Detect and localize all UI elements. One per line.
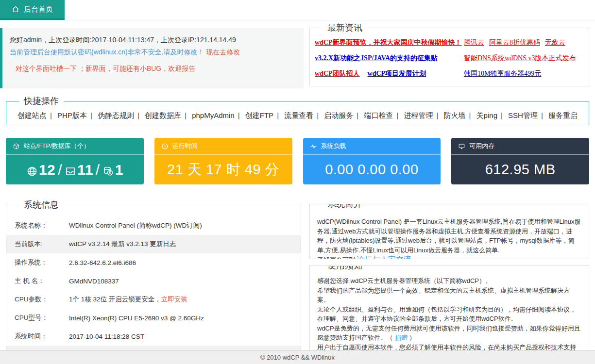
notice-title: 使用须知 xyxy=(323,265,367,271)
card-sites-value: 12 11 $ 1 xyxy=(6,155,144,184)
notice-text: wdCP是免费的，无需支付任何费用就可使用该软件，同时我们也接受赞助，如果你觉得… xyxy=(317,325,580,342)
quickop-create-ftp[interactable]: 创建FTP xyxy=(245,111,273,119)
card-uptime-value: 21 天 17 时 49 分 xyxy=(154,155,292,184)
ftp-icon xyxy=(65,164,76,176)
sysinfo-panel: 系统信息 系统名称： WDlinux Control Panel (简称wdCP… xyxy=(6,205,301,364)
quickop-firewall[interactable]: 防火墙 xyxy=(444,111,466,119)
quickop-disable-ping[interactable]: 关ping xyxy=(476,111,497,119)
notice-paragraph: 希望我们的产品能为您提供一个高效、稳定和强大的云主机系统、虚拟主机管理系统解决方… xyxy=(317,286,581,305)
quickop-create-database[interactable]: 创建数据库 xyxy=(145,111,181,119)
top-bar: 后台首页 xyxy=(0,0,595,20)
welcome-panel: 您好admin，上次登录时间:2017-10-04 11:13:47，上次登录I… xyxy=(0,28,304,88)
admin-dashboard: 后台首页 您好admin，上次登录时间:2017-10-04 11:13:47，… xyxy=(0,0,595,364)
intro-text: wdCP(WDlinux Control Panel) 是一套Linux云主机服… xyxy=(317,218,581,259)
separator xyxy=(96,162,100,178)
sysinfo-label: 系统名称： xyxy=(6,221,69,230)
news-link-tencent[interactable]: 腾讯云 xyxy=(464,38,484,47)
news-link-wddns[interactable]: 智能DNS系统wdDNS v3版本正式发布 xyxy=(464,54,576,63)
site-count: 12 xyxy=(39,162,55,178)
feedback-line: 对这个界面吐槽一下 ；新界面，可能还有小BUG，欢迎报告 xyxy=(10,64,296,74)
forum-link[interactable]: 论坛与大家交流 xyxy=(357,255,411,259)
card-sites-title: 站点/FTP/数据库（个） xyxy=(24,142,90,150)
sysinfo-value: Intel(R) Xeon(R) CPU E5-2690 v3 @ 2.60GH… xyxy=(69,314,204,322)
quickop-port-check[interactable]: 端口检查 xyxy=(364,111,393,119)
news-link-korea-server[interactable]: 韩国10M独享服务器499元 xyxy=(464,69,541,78)
sysinfo-value: 2017-10-04 11:18:28 CST xyxy=(69,333,144,340)
card-uptime: 运行时间 21 天 17 时 49 分 xyxy=(154,138,292,184)
news-link-aliyun[interactable]: 阿里云8折优惠码 xyxy=(489,38,540,47)
quickop-ssh-manager[interactable]: SSH管理 xyxy=(508,111,538,119)
db-count: 1 xyxy=(115,162,123,178)
separator xyxy=(277,111,279,119)
sysinfo-label: CPU型号： xyxy=(6,314,69,322)
svg-text:$: $ xyxy=(109,170,111,175)
table-row: 当前版本: wdCP v3.2.14 最新 v3.2.13 更新日志 xyxy=(6,235,301,253)
news-title: 最新资讯 xyxy=(323,22,367,33)
separator xyxy=(238,111,240,119)
quickops-panel: 快捷操作 创建站点 PHP版本 伪静态规则 创建数据库 phpMyAdmin 创… xyxy=(6,101,589,125)
notice-text: ） xyxy=(408,334,416,341)
donate-link[interactable]: 捐赠 xyxy=(395,334,408,341)
separator xyxy=(436,111,438,119)
news-panel: 最新资讯 wdCP新界面预览，并祝大家国庆中秋假期愉快！ v3.2.X新功能之J… xyxy=(309,28,589,86)
separator xyxy=(58,162,62,178)
separator xyxy=(541,111,543,119)
tab-home-label: 后台首页 xyxy=(24,5,53,14)
quickop-phpmyadmin[interactable]: phpMyAdmin xyxy=(192,111,235,119)
news-link-recruit[interactable]: wdCP团队招人 xyxy=(315,69,360,78)
sysinfo-value: 2.6.32-642.6.2.el6.i686 xyxy=(69,259,136,266)
quickop-create-site[interactable]: 创建站点 xyxy=(17,111,47,119)
separator xyxy=(90,111,92,119)
table-row: CPU型号： Intel(R) Xeon(R) CPU E5-2690 v3 @… xyxy=(6,309,301,327)
quickop-start-service[interactable]: 启动服务 xyxy=(324,111,353,119)
quickop-php-version[interactable]: PHP版本 xyxy=(57,111,87,119)
separator xyxy=(501,111,503,119)
copyright-text: © 2010 wdCP && WDlinux xyxy=(260,354,335,361)
table-row: CPU参数： 1个 1核 32位 开启云锁更安全， 立即安装 xyxy=(6,290,301,309)
separator xyxy=(357,111,358,119)
clock-icon xyxy=(161,143,169,150)
separator xyxy=(50,111,52,119)
sysinfo-value: wdCP v3.2.14 最新 v3.2.13 更新日志 xyxy=(69,240,176,248)
news-link-preview[interactable]: wdCP新界面预览，并祝大家国庆中秋假期愉快！ xyxy=(315,38,462,47)
quickop-service-restart[interactable]: 服务重启 xyxy=(548,111,578,119)
quickop-traffic-view[interactable]: 流量查看 xyxy=(284,111,313,119)
table-row: 操作系统： 2.6.32-642.6.2.el6.i686 xyxy=(6,253,301,272)
install-cloud-lock-link[interactable]: 立即安装 xyxy=(161,295,187,304)
table-row: 系统名称： WDlinux Control Panel (简称wdCP) (WD… xyxy=(6,216,301,235)
password-warning-text: 当前管理后台使用默认密码(wdlinux.cn)非常不安全,请及时修改！ xyxy=(10,48,204,56)
ftp-count: 11 xyxy=(77,162,93,178)
quickop-rewrite-rules[interactable]: 伪静态规则 xyxy=(98,111,134,119)
notice-panel: 使用须知 感谢您选择 wdCP云主机服务器管理系统（以下简称wdCP）。 希望我… xyxy=(309,265,589,364)
card-uptime-title: 运行时间 xyxy=(172,142,198,150)
intro-title: 系统简介 xyxy=(323,204,367,210)
news-right-column: 腾讯云 阿里云8折优惠码 无敌云 智能DNS系统wdDNS v3版本正式发布 韩… xyxy=(464,35,586,82)
notice-paragraph: 感谢您选择 wdCP云主机服务器管理系统（以下简称wdCP）。 xyxy=(317,276,581,286)
separator xyxy=(469,111,471,119)
intro-panel: 系统简介 wdCP(WDlinux Control Panel) 是一套Linu… xyxy=(309,204,589,259)
quickop-process-manager[interactable]: 进程管理 xyxy=(404,111,433,119)
database-icon: $ xyxy=(102,164,114,176)
table-row: 系统时间： 2017-10-04 11:18:28 CST xyxy=(6,327,301,346)
card-memory: 可用内存 612.95 MB xyxy=(451,138,589,184)
news-link-wudiyun[interactable]: 无敌云 xyxy=(545,38,565,47)
news-link-jsp-java[interactable]: v3.2.X新功能之JSP/JAVA的支持的征集贴 xyxy=(315,54,438,63)
card-memory-title: 可用内存 xyxy=(469,142,494,150)
card-load-value: 0.00 0.00 0.00 xyxy=(303,155,441,184)
sysinfo-label: 系统时间： xyxy=(6,332,69,341)
login-info: 您好admin，上次登录时间:2017-10-04 11:13:47，上次登录I… xyxy=(10,35,296,45)
memory-icon xyxy=(458,143,465,150)
stat-cards: 站点/FTP/数据库（个） 12 11 $ 1 xyxy=(6,138,589,184)
sysinfo-value: WDlinux Control Panel (简称wdCP) (WD订阅) xyxy=(69,221,202,230)
quickops-links: 创建站点 PHP版本 伪静态规则 创建数据库 phpMyAdmin 创建FTP … xyxy=(6,101,589,121)
sysinfo-label: 操作系统： xyxy=(6,258,69,267)
quickops-title: 快捷操作 xyxy=(19,95,64,107)
feedback-link[interactable]: 对这个界面吐槽一下 xyxy=(16,65,77,72)
change-password-link[interactable]: 现在去修改 xyxy=(206,48,240,56)
separator xyxy=(185,111,187,119)
news-link-roadmap[interactable]: wdCP项目发展计划 xyxy=(368,69,426,78)
tab-home[interactable]: 后台首页 xyxy=(0,0,65,20)
pulse-icon xyxy=(310,143,317,150)
sysinfo-label: 主 机 名： xyxy=(6,277,69,285)
card-load: 系统负载 0.00 0.00 0.00 xyxy=(303,138,441,184)
